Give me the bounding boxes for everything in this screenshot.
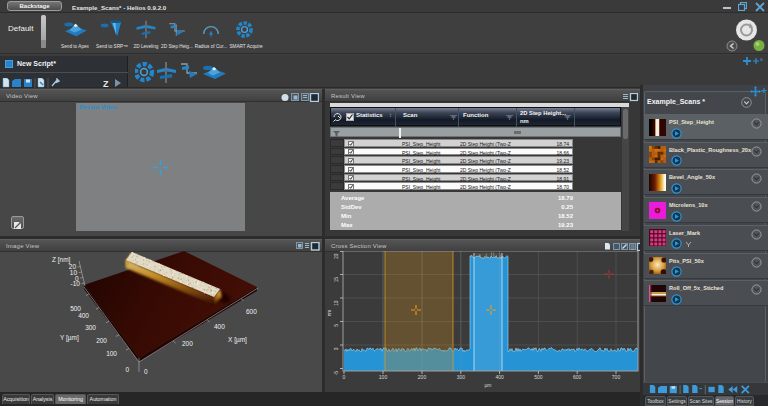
svg-text:100: 100 (379, 374, 388, 380)
svg-text:Z: Z (103, 79, 109, 88)
svg-text:nm: nm (327, 310, 332, 317)
svg-text:400: 400 (495, 374, 504, 380)
svg-text:5: 5 (334, 324, 339, 327)
svg-text:Y [µm]: Y [µm] (60, 334, 79, 342)
svg-text:600: 600 (246, 308, 257, 315)
svg-text:400: 400 (214, 323, 225, 330)
svg-text:15: 15 (334, 277, 339, 283)
svg-text:-5: -5 (334, 371, 339, 376)
svg-text:400: 400 (78, 312, 89, 319)
svg-text:a: a (760, 56, 763, 62)
svg-text:20: 20 (334, 253, 339, 259)
svg-text:10: 10 (334, 300, 339, 306)
svg-text:200: 200 (418, 374, 427, 380)
svg-text:100: 100 (106, 350, 117, 357)
svg-text:300: 300 (457, 374, 466, 380)
svg-text:0: 0 (343, 374, 346, 380)
svg-text:0: 0 (144, 368, 148, 375)
svg-text:X [µm]: X [µm] (228, 336, 247, 344)
svg-text:300: 300 (85, 324, 96, 331)
svg-text:500: 500 (70, 305, 81, 312)
svg-text:700: 700 (612, 374, 621, 380)
svg-text:600: 600 (573, 374, 582, 380)
svg-text:µm: µm (484, 382, 491, 388)
svg-text:200: 200 (182, 340, 193, 347)
svg-text:500: 500 (534, 374, 543, 380)
svg-text:200: 200 (96, 337, 107, 344)
svg-text:0: 0 (125, 366, 129, 373)
svg-text:0: 0 (334, 347, 339, 350)
svg-text:-10: -10 (71, 280, 81, 287)
